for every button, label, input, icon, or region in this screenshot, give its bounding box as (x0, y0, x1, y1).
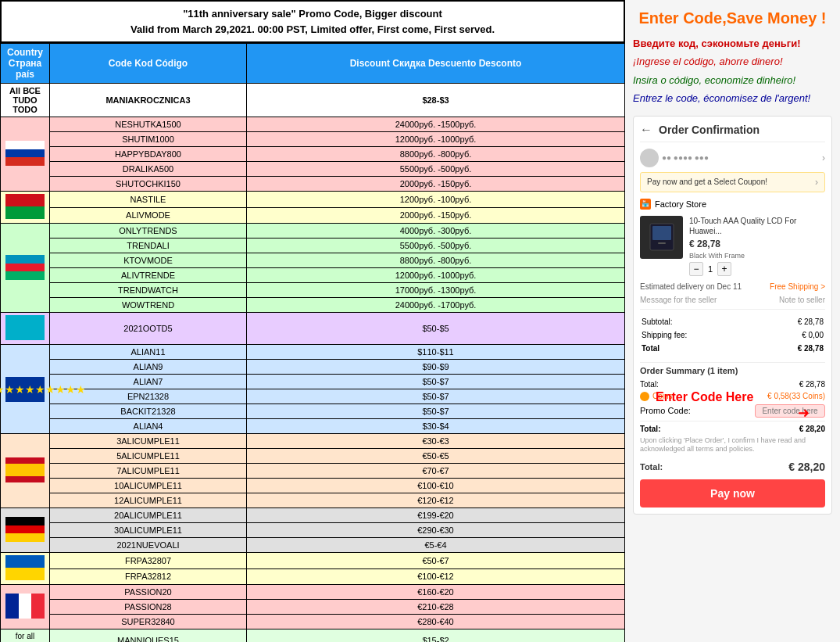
azerbaijan-discount-1: 4000руб. -300руб. (247, 224, 625, 239)
flag-germany (1, 508, 50, 553)
russia-discount-4: 5500руб. -500руб. (247, 162, 625, 177)
russia-flag-img (5, 141, 45, 166)
enter-code-annotation: Enter Code Here (656, 390, 753, 404)
store-icon: 🏪 (640, 199, 651, 210)
table-row-spain-3: 7ALICUMPLE11 €70-€7 (1, 464, 625, 479)
eu-code-2: ALIAN9 (50, 360, 247, 375)
back-arrow-icon[interactable]: ← (640, 123, 652, 137)
store-row: 🏪 Factory Store (640, 199, 825, 210)
france-flag-img (5, 594, 45, 619)
table-row-azerbaijan-2: TRENDALI 5500руб. -500руб. (1, 239, 625, 253)
spain-discount-3: €70-€7 (247, 464, 625, 479)
summary-final-total-amount: € 28,20 (799, 425, 825, 433)
coupon-row[interactable]: Pay now and get a Select Coupon! › (640, 172, 825, 192)
table-row-spain-4: 10ALICUMPLE11 €100-€10 (1, 479, 625, 493)
france-discount-3: €280-€40 (247, 615, 625, 629)
multilang-fr: Entrez le code, économisez de l'argent! (633, 89, 832, 107)
table-row-azerbaijan-3: KTOVMODE 8800руб. -800руб. (1, 253, 625, 268)
azerbaijan-code-4: ALIVTRENDE (50, 268, 247, 283)
table-row-ukraine-1: FRPA32807 €50-€7 (1, 553, 625, 569)
final-total-row: Total: € 28,20 (640, 461, 825, 473)
ukraine-code-2: FRPA32812 (50, 568, 247, 585)
table-row-global-1: for all users on productsin the "3-7 day… (1, 629, 625, 643)
summary-total-row: Total: € 28,78 (640, 380, 825, 389)
azerbaijan-discount-5: 17000руб. -1300руб. (247, 283, 625, 298)
table-row-belarus-2: ALIVMODE 2000руб. -150руб. (1, 207, 625, 224)
store-name: Factory Store (655, 199, 706, 209)
all-country: All ВСЕ TUDO TODO (1, 84, 50, 117)
russia-discount-1: 24000руб. -1500руб. (247, 117, 625, 132)
ukraine-discount-1: €50-€7 (247, 553, 625, 569)
order-summary-title: Order Summary (1 item) (640, 362, 825, 375)
eu-discount-6: $30-$4 (247, 419, 625, 434)
kazakhstan-flag-img (5, 315, 45, 340)
table-row-eu-2: ALIAN9 $90-$9 (1, 360, 625, 375)
order-panel: ← Order Confirmation ●● ●●●● ●●● › Pay n… (633, 116, 832, 515)
global-code-1: MANNIQUES15 (50, 629, 247, 643)
azerbaijan-code-5: TRENDWATCH (50, 283, 247, 298)
summary-final-total-label: Total: (640, 425, 660, 433)
promo-table: Country Страна país Code Kod Código Disc… (0, 43, 625, 642)
table-row-russia-3: HAPPYBDAY800 8800руб. -800руб. (1, 147, 625, 162)
summary-total-label: Total: (640, 380, 659, 389)
enter-code-title: Enter Code,Save Money ! (633, 8, 832, 28)
eu-discount-2: $90-$9 (247, 360, 625, 375)
germany-discount-1: €199-€20 (247, 508, 625, 523)
azerbaijan-code-2: TRENDALI (50, 239, 247, 253)
germany-flag-img (5, 517, 45, 542)
table-row-all: All ВСЕ TUDO TODO MANIAKROCZNICA3 $28-$3 (1, 84, 625, 117)
message-label: Message for the seller (640, 296, 717, 304)
message-row: Message for the seller Note to seller (640, 296, 825, 310)
pay-now-button[interactable]: Pay now (640, 479, 825, 508)
russia-discount-3: 8800руб. -800руб. (247, 147, 625, 162)
belarus-flag-img (5, 194, 45, 219)
flag-russia (1, 117, 50, 192)
summary-total-amount: € 28,78 (799, 380, 825, 389)
germany-code-1: 20ALICUMPLE11 (50, 508, 247, 523)
eu-discount-4: $50-$7 (247, 389, 625, 404)
order-confirmation-title: Order Confirmation (659, 124, 760, 136)
note-placeholder[interactable]: Note to seller (779, 296, 825, 304)
final-total-label: Total: (640, 462, 663, 472)
multilang-es: ¡Ingrese el código, ahorre dinero! (633, 52, 832, 70)
flag-eu: ★★★★★★★★★★★★ (1, 345, 50, 434)
eu-discount-1: $110-$11 (247, 345, 625, 360)
qty-minus-button[interactable]: − (689, 262, 703, 276)
spain-discount-4: €100-€10 (247, 479, 625, 493)
flag-azerbaijan (1, 224, 50, 313)
free-shipping-label[interactable]: Free Shipping > (770, 282, 825, 291)
france-code-2: PASSION28 (50, 600, 247, 615)
order-panel-header: ← Order Confirmation (640, 123, 825, 142)
promo-label: Promo Code: (640, 406, 691, 415)
table-row-france-2: PASSION28 €210-€28 (1, 600, 625, 615)
table-row-belarus-1: NASTILE 1200руб. -100руб. (1, 192, 625, 208)
spain-code-3: 7ALICUMPLE11 (50, 464, 247, 479)
spain-code-5: 12ALICUMPLE11 (50, 493, 247, 508)
global-discount-1: $15-$2 (247, 629, 625, 643)
qty-plus-button[interactable]: + (717, 262, 731, 276)
germany-discount-3: €5-€4 (247, 538, 625, 553)
summary-final-total: Total: € 28,20 (640, 421, 825, 433)
product-row: 10-Touch AAA Quality LCD For Huawei... €… (640, 216, 825, 276)
subtotal-label: Subtotal: (642, 316, 756, 328)
spain-code-4: 10ALICUMPLE11 (50, 479, 247, 493)
eu-code-1: ALIAN11 (50, 345, 247, 360)
flag-france (1, 585, 50, 629)
russia-code-5: SHUTOCHKI150 (50, 177, 247, 192)
spain-discount-5: €120-€12 (247, 493, 625, 508)
promo-code-input[interactable] (755, 404, 825, 418)
azerbaijan-flag-img (5, 255, 45, 280)
cost-table: Subtotal: € 28,78 Shipping fee: € 0,00 T… (640, 314, 825, 356)
qty-control: − 1 + (689, 262, 825, 276)
russia-discount-2: 12000руб. -1000руб. (247, 132, 625, 147)
svg-rect-2 (658, 242, 666, 244)
table-row-france-1: PASSION20 €160-€20 (1, 585, 625, 600)
ukraine-flag-img (5, 555, 45, 580)
total-amount: € 28,78 (758, 343, 824, 354)
table-row-russia-4: DRALIKA500 5500руб. -500руб. (1, 162, 625, 177)
table-row-germany-3: 2021NUEVOALI €5-€4 (1, 538, 625, 553)
france-discount-2: €210-€28 (247, 600, 625, 615)
terms-text: Upon clicking 'Place Order', I confirm I… (640, 436, 825, 454)
promo-title-line1: "11th anniversary sale" Promo Code, Bigg… (5, 6, 620, 22)
chevron-right-icon[interactable]: › (822, 152, 825, 163)
